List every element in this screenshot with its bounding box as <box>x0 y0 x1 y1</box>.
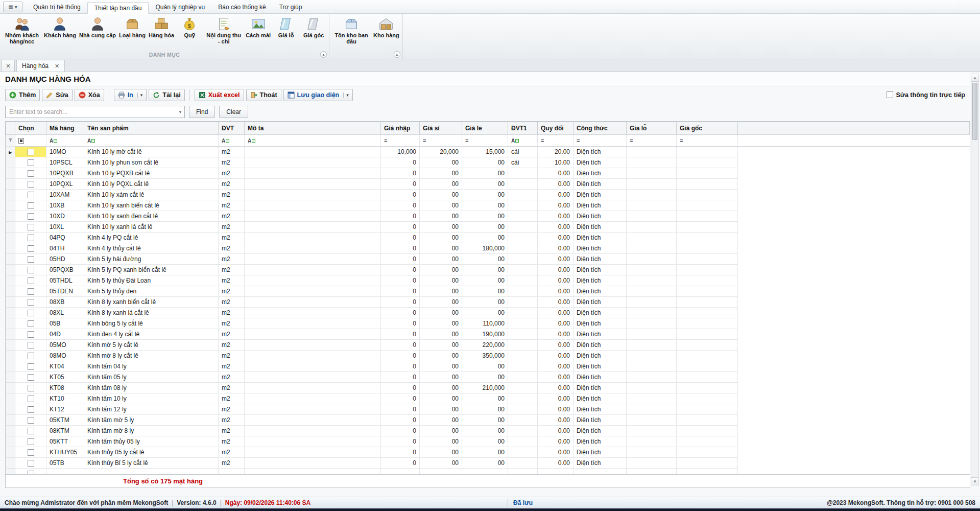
grid-cell[interactable]: 00 <box>420 372 462 383</box>
grid-cell[interactable] <box>462 469 508 475</box>
grid-cell[interactable]: m2 <box>219 168 245 179</box>
grid-cell[interactable]: Diện tích <box>573 265 627 275</box>
grid-cell[interactable] <box>627 222 677 233</box>
grid-cell[interactable]: 110,000 <box>462 318 508 329</box>
grid-cell[interactable] <box>245 340 381 351</box>
grid-cell[interactable] <box>508 265 538 275</box>
ribbon-tab[interactable]: Trợ giúp <box>273 2 309 13</box>
grid-cell[interactable] <box>245 254 381 265</box>
grid-cell[interactable] <box>677 383 738 393</box>
grid-cell[interactable]: Kính tấm 12 ly <box>84 404 219 415</box>
grid-cell[interactable]: 05PQXB <box>46 265 84 275</box>
row-checkbox[interactable] <box>28 342 34 349</box>
row-checkbox[interactable] <box>28 277 34 284</box>
grid-cell[interactable]: 00 <box>420 211 462 222</box>
grid-cell[interactable]: 20.00 <box>538 147 573 157</box>
grid-row[interactable]: 10XAMKính 10 ly xám cắt lẻm2000000.00Diệ… <box>6 190 970 200</box>
grid-cell[interactable]: 04Đ <box>46 329 84 340</box>
grid-cell[interactable]: m2 <box>219 426 245 436</box>
filter-cell[interactable]: A <box>84 135 219 147</box>
grid-cell[interactable]: 00 <box>462 157 508 168</box>
grid-cell[interactable] <box>677 415 738 426</box>
filter-cell[interactable]: = <box>381 135 420 147</box>
grid-cell[interactable]: m2 <box>219 447 245 458</box>
grid-cell[interactable]: 0.00 <box>538 243 573 254</box>
row-select-cell[interactable] <box>15 372 46 383</box>
grid-cell[interactable]: 0 <box>381 233 420 243</box>
row-checkbox[interactable] <box>28 288 34 295</box>
grid-cell[interactable]: 00 <box>462 168 508 179</box>
grid-cell[interactable] <box>627 383 677 393</box>
grid-cell[interactable] <box>677 361 738 372</box>
grid-cell[interactable]: m2 <box>219 340 245 351</box>
grid-cell[interactable] <box>627 404 677 415</box>
grid-row[interactable]: KT10Kính tấm 10 lym2000000.00Diện tích <box>6 393 970 404</box>
grid-cell[interactable] <box>508 436 538 447</box>
row-select-cell[interactable] <box>15 447 46 458</box>
grid-cell[interactable] <box>627 372 677 383</box>
grid-cell[interactable]: m2 <box>219 361 245 372</box>
grid-row[interactable]: 08KTMKính tấm mờ 8 lym2000000.00Diện tíc… <box>6 426 970 436</box>
grid-cell[interactable]: 00 <box>420 436 462 447</box>
grid-cell[interactable]: cái <box>508 157 538 168</box>
grid-cell[interactable]: Diện tích <box>573 415 627 426</box>
grid-cell[interactable] <box>627 254 677 265</box>
grid-cell[interactable]: Kính 4 ly PQ cắt lẻ <box>84 233 219 243</box>
grid-cell[interactable] <box>508 254 538 265</box>
vertical-scrollbar[interactable]: ▲ ▼ <box>971 74 979 485</box>
grid-cell[interactable]: 0 <box>381 318 420 329</box>
grid-cell[interactable] <box>677 233 738 243</box>
grid-row[interactable]: 04PQKính 4 ly PQ cắt lẻm2000000.00Diện t… <box>6 233 970 243</box>
grid-cell[interactable]: Kính thủy Bỉ 5 ly cắt lẻ <box>84 458 219 469</box>
grid-cell[interactable] <box>508 233 538 243</box>
ribbon-item[interactable]: Nhóm khách hàng/ncc <box>2 15 42 46</box>
grid-row[interactable]: 04ĐKính đen 4 ly cắt lẻm2000190,0000.00D… <box>6 329 970 340</box>
grid-cell[interactable]: Kính 5 ly thủy Đài Loan <box>84 275 219 286</box>
grid-cell[interactable]: 0 <box>381 436 420 447</box>
grid-cell[interactable]: 0 <box>381 351 420 361</box>
grid-cell[interactable] <box>627 157 677 168</box>
grid-cell[interactable] <box>627 200 677 211</box>
grid-cell[interactable] <box>245 147 381 157</box>
row-checkbox[interactable] <box>28 159 34 166</box>
row-checkbox[interactable] <box>28 149 34 155</box>
grid-cell[interactable]: KT08 <box>46 383 84 393</box>
grid-cell[interactable]: 0.00 <box>538 458 573 469</box>
grid-cell[interactable] <box>677 275 738 286</box>
ribbon-item[interactable]: Hàng hóa <box>147 15 176 39</box>
grid-cell[interactable] <box>677 200 738 211</box>
grid-cell[interactable]: KT05 <box>46 372 84 383</box>
search-input[interactable] <box>6 108 176 115</box>
grid-cell[interactable]: Diện tích <box>573 179 627 190</box>
grid-cell[interactable] <box>508 275 538 286</box>
grid-cell[interactable] <box>677 297 738 308</box>
grid-cell[interactable] <box>677 190 738 200</box>
grid-cell[interactable] <box>677 308 738 318</box>
grid-cell[interactable]: 00 <box>420 404 462 415</box>
row-select-cell[interactable] <box>15 200 46 211</box>
grid-cell[interactable] <box>420 469 462 475</box>
grid-cell[interactable]: 00 <box>462 265 508 275</box>
grid-cell[interactable] <box>627 233 677 243</box>
row-select-cell[interactable] <box>15 265 46 275</box>
row-checkbox[interactable] <box>28 267 34 273</box>
row-select-cell[interactable] <box>15 404 46 415</box>
grid-cell[interactable]: 00 <box>462 233 508 243</box>
grid-cell[interactable] <box>245 351 381 361</box>
grid-cell[interactable]: m2 <box>219 211 245 222</box>
row-select-cell[interactable] <box>15 458 46 469</box>
grid-cell[interactable]: Kính tấm mờ 5 ly <box>84 415 219 426</box>
grid-cell[interactable]: Kính mờ 8 ly cắt lẻ <box>84 351 219 361</box>
grid-cell[interactable] <box>677 265 738 275</box>
grid-cell[interactable] <box>538 469 573 475</box>
row-select-cell[interactable] <box>15 297 46 308</box>
grid-cell[interactable]: Diện tích <box>573 436 627 447</box>
grid-cell[interactable] <box>627 415 677 426</box>
ribbon-item[interactable]: Nhà cung cấp <box>78 15 117 39</box>
row-checkbox[interactable] <box>28 449 34 456</box>
grid-cell[interactable] <box>508 383 538 393</box>
row-select-cell[interactable] <box>15 351 46 361</box>
grid-cell[interactable] <box>508 426 538 436</box>
grid-cell[interactable]: m2 <box>219 372 245 383</box>
grid-cell[interactable]: 00 <box>462 393 508 404</box>
